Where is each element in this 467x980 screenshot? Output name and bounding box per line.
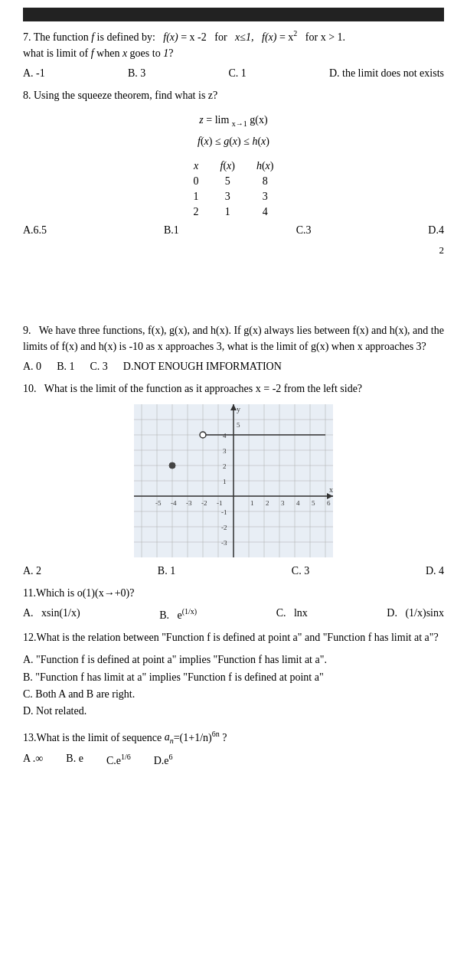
svg-text:6: 6	[327, 499, 331, 507]
q8-opt-c: C.3	[296, 224, 312, 237]
q13-opt-b: B. e	[66, 753, 83, 767]
q11-options: A. xsin(1/x) B. e(1/x) C. lnx D. (1/x)si…	[23, 607, 444, 622]
q13-options: A .∞ B. e C.e1/6 D.e6	[23, 753, 444, 767]
svg-text:3: 3	[281, 499, 285, 507]
row3-x: 2	[182, 204, 209, 220]
svg-text:y: y	[237, 405, 240, 413]
q8-limit-def: z = lim x→1 g(x)	[23, 109, 444, 132]
q12-opt-a: A. "Function f is defined at point a" im…	[23, 652, 444, 668]
top-bar	[23, 8, 444, 21]
row2-hx: 3	[246, 189, 285, 204]
q9-opt-d: D.NOT ENOUGH IMFORMATION	[123, 361, 282, 373]
q7-opt-a: A. -1	[23, 67, 45, 80]
q10-opt-b: B. 1	[158, 565, 175, 577]
q12-opt-b: B. "Function f has limit at a" implies "…	[23, 669, 444, 686]
q8-opt-d: D.4	[428, 224, 444, 237]
q10-graph-container: x y -5 -4 -3 -2 -1 1 2 3 4 5 6 4 3 2 1 -…	[23, 404, 444, 557]
q10-number: 10.	[23, 383, 37, 394]
col-fx-header: f(x)	[209, 158, 245, 174]
svg-text:4: 4	[223, 432, 227, 439]
q13-opt-a: A .∞	[23, 753, 43, 767]
q8-table-wrap: x f(x) h(x) 0 5 8 1 3 3 2 1 4	[23, 158, 444, 220]
page-number: 2	[23, 244, 444, 256]
svg-text:-1: -1	[221, 508, 227, 516]
question-13: 13.What is the limit of sequence an=(1+1…	[23, 728, 444, 767]
q9-number: 9.	[23, 325, 31, 336]
q9-text: 9. We have three functions, f(x), g(x), …	[23, 322, 444, 354]
row3-fx: 1	[209, 204, 245, 220]
q12-text: 12.What is the relation between "Functio…	[23, 629, 444, 645]
question-11: 11.Which is o(1)(x→+0)? A. xsin(1/x) B. …	[23, 585, 444, 622]
q10-graph: x y -5 -4 -3 -2 -1 1 2 3 4 5 6 4 3 2 1 -…	[134, 404, 333, 557]
spacer	[23, 261, 444, 322]
row1-x: 0	[182, 174, 209, 189]
q9-opt-b: B. 1	[57, 361, 74, 373]
filled-dot	[169, 462, 175, 469]
svg-text:2: 2	[266, 499, 269, 507]
svg-text:2: 2	[223, 462, 227, 470]
q11-opt-d: D. (1/x)sinx	[387, 607, 444, 622]
svg-text:-2: -2	[201, 499, 207, 507]
col-x-header: x	[182, 158, 209, 174]
row3-hx: 4	[246, 204, 285, 220]
svg-text:-2: -2	[221, 524, 227, 531]
q11-opt-a: A. xsin(1/x)	[23, 607, 80, 622]
q12-number: 12.	[23, 632, 37, 643]
svg-text:-4: -4	[171, 499, 177, 507]
q8-inequality: f(x) ≤ g(x) ≤ h(x)	[23, 131, 444, 152]
row1-hx: 8	[246, 174, 285, 189]
svg-text:1: 1	[223, 478, 227, 485]
q9-options: A. 0 B. 1 C. 3 D.NOT ENOUGH IMFORMATION	[23, 361, 444, 373]
q7-opt-d: D. the limit does not exists	[329, 67, 444, 80]
question-10: 10. What is the limit of the function as…	[23, 381, 444, 577]
q12-opt-d: D. Not related.	[23, 703, 444, 720]
svg-text:-1: -1	[217, 499, 223, 507]
q8-opt-a: A.6.5	[23, 224, 47, 237]
q7-opt-b: B. 3	[128, 67, 145, 80]
row1-fx: 5	[209, 174, 245, 189]
question-8: 8. Using the squeeze theorem, find what …	[23, 87, 444, 237]
q11-number: 11.	[23, 587, 36, 599]
svg-text:3: 3	[223, 447, 227, 455]
svg-text:5: 5	[312, 499, 315, 507]
q7-opt-c: C. 1	[228, 67, 246, 80]
row2-x: 1	[182, 189, 209, 204]
q10-opt-a: A. 2	[23, 565, 41, 577]
q11-opt-b: B. e(1/x)	[159, 607, 197, 622]
q7-number: 7.	[23, 31, 31, 43]
q13-number: 13.	[23, 731, 37, 743]
q9-opt-a: A. 0	[23, 361, 41, 373]
q8-text: 8. Using the squeeze theorem, find what …	[23, 87, 444, 103]
q10-options: A. 2 B. 1 C. 3 D. 4	[23, 565, 444, 577]
col-hx-header: h(x)	[246, 158, 285, 174]
svg-text:x: x	[329, 485, 333, 494]
q11-opt-c: C. lnx	[276, 607, 308, 622]
q10-text: 10. What is the limit of the function as…	[23, 381, 444, 397]
q10-opt-c: C. 3	[292, 565, 309, 577]
q8-math: z = lim x→1 g(x) f(x) ≤ g(x) ≤ h(x)	[23, 109, 444, 153]
svg-text:-3: -3	[186, 499, 192, 507]
svg-text:-5: -5	[155, 499, 162, 507]
question-7: 7. The function f is defined by: f(x) = …	[23, 28, 444, 80]
row2-fx: 3	[209, 189, 245, 204]
q12-options: A. "Function f is defined at point a" im…	[23, 652, 444, 720]
q13-opt-c: C.e1/6	[106, 753, 131, 767]
svg-text:-3: -3	[221, 539, 227, 547]
q13-text: 13.What is the limit of sequence an=(1+1…	[23, 728, 444, 746]
q13-opt-d: D.e6	[154, 753, 173, 767]
question-9: 9. We have three functions, f(x), g(x), …	[23, 322, 444, 373]
q8-table: x f(x) h(x) 0 5 8 1 3 3 2 1 4	[182, 158, 284, 220]
question-12: 12.What is the relation between "Functio…	[23, 629, 444, 720]
q9-opt-c: C. 3	[90, 361, 107, 373]
open-circle	[200, 432, 206, 438]
svg-text:1: 1	[250, 499, 254, 507]
svg-text:4: 4	[296, 499, 300, 507]
q8-opt-b: B.1	[164, 224, 179, 237]
q7-options: A. -1 B. 3 C. 1 D. the limit does not ex…	[23, 67, 444, 80]
q7-text: 7. The function f is defined by: f(x) = …	[23, 28, 444, 61]
q8-options: A.6.5 B.1 C.3 D.4	[23, 224, 444, 237]
q8-number: 8.	[23, 90, 31, 101]
q11-text: 11.Which is o(1)(x→+0)?	[23, 585, 444, 601]
q12-opt-c: C. Both A and B are right.	[23, 686, 444, 703]
q10-opt-d: D. 4	[426, 565, 444, 577]
